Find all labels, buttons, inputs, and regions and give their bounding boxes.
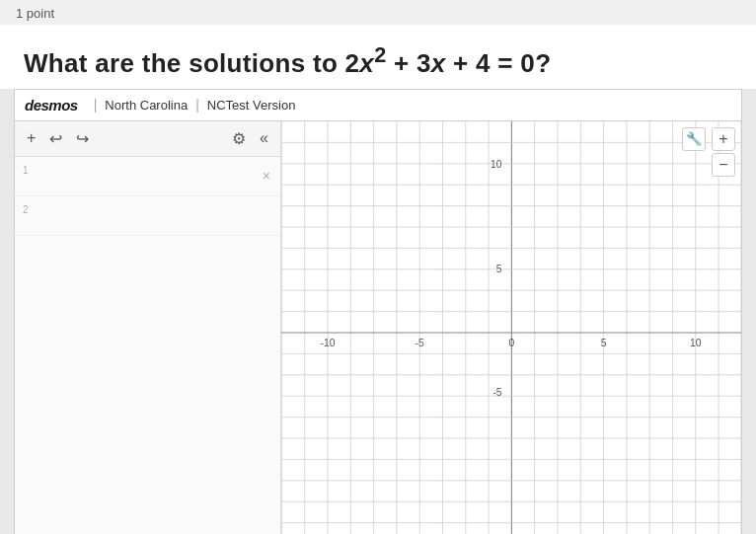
top-bar: 1 point xyxy=(0,0,756,25)
expression-input-2[interactable] xyxy=(42,207,272,223)
toolbar: + ↩ ↪ ⚙ « xyxy=(15,121,280,157)
svg-text:0: 0 xyxy=(509,336,515,347)
zoom-in-button[interactable]: + xyxy=(712,127,735,151)
svg-text:10: 10 xyxy=(690,336,702,347)
question-area: What are the solutions to 2x2 + 3x + 4 =… xyxy=(0,25,756,89)
expression-row-1-num: 1 xyxy=(23,163,37,176)
svg-text:-10: -10 xyxy=(321,336,336,347)
svg-text:-5: -5 xyxy=(416,336,424,347)
version-label: NCTest Version xyxy=(207,98,296,113)
point-label: 1 point xyxy=(16,6,54,21)
svg-text:5: 5 xyxy=(496,263,502,274)
expression-row-2-num: 2 xyxy=(23,202,37,215)
undo-button[interactable]: ↩ xyxy=(45,127,66,150)
expression-input-1[interactable] xyxy=(42,168,261,184)
expression-list: 1 × 2 xyxy=(15,157,280,534)
graph-area: -10 -5 0 5 10 10 5 -5 + − 🔧 xyxy=(281,121,741,534)
region-label: North Carolina xyxy=(105,98,188,113)
add-expression-button[interactable]: + xyxy=(23,127,39,149)
question-text: What are the solutions to 2x2 + 3x + 4 =… xyxy=(24,42,732,79)
desmos-bar: desmos | North Carolina | NCTest Version xyxy=(14,89,742,120)
collapse-button[interactable]: « xyxy=(256,127,272,149)
svg-text:10: 10 xyxy=(491,157,502,169)
calculator-container: + ↩ ↪ ⚙ « 1 × 2 xyxy=(14,120,742,534)
wrench-icon: 🔧 xyxy=(686,131,702,146)
separator-1: | xyxy=(94,97,98,113)
left-panel: + ↩ ↪ ⚙ « 1 × 2 xyxy=(15,121,281,534)
settings-button[interactable]: ⚙ xyxy=(228,127,250,150)
svg-text:-5: -5 xyxy=(492,386,501,398)
expression-close-1[interactable]: × xyxy=(261,168,272,184)
desmos-logo: desmos xyxy=(25,97,78,114)
expression-row-2: 2 xyxy=(15,196,280,236)
svg-text:5: 5 xyxy=(601,336,607,347)
zoom-out-button[interactable]: − xyxy=(712,153,735,177)
graph-settings-button[interactable]: 🔧 xyxy=(682,127,706,151)
graph-svg: -10 -5 0 5 10 10 5 -5 xyxy=(281,121,741,534)
separator-2: | xyxy=(195,97,199,113)
zoom-controls: + − xyxy=(712,127,735,177)
expression-row-1: 1 × xyxy=(15,157,280,196)
redo-button[interactable]: ↪ xyxy=(72,127,93,150)
